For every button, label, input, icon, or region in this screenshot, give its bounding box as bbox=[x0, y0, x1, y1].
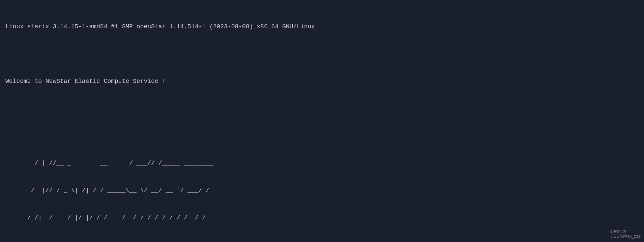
watermark-main: znwx.cn bbox=[610, 229, 641, 234]
watermark: znwx.cn CSDN@sx_zzz bbox=[610, 229, 641, 239]
ascii-art-line4: / /| / __/ |/ |/ / /____/__/ / /_/ /_/ /… bbox=[5, 213, 639, 222]
blank-line-1 bbox=[5, 50, 639, 59]
ascii-art-line3: / |// / _ \| /| / / _____\__ \/ __/ __ `… bbox=[5, 186, 639, 195]
terminal: Linux starix 3.14.15-1-amd64 #1 SMP open… bbox=[0, 0, 644, 242]
blank-line-2 bbox=[5, 104, 639, 113]
watermark-sub: CSDN@sx_zzz bbox=[610, 234, 641, 239]
welcome-line: Welcome to NewStar Elastic Compute Servi… bbox=[5, 77, 639, 86]
ascii-art-line1: _ __ bbox=[5, 131, 639, 141]
ascii-art-line2: / | //__ _ __ / ___// /_____ ________ bbox=[5, 159, 639, 168]
sys-info-line: Linux starix 3.14.15-1-amd64 #1 SMP open… bbox=[5, 22, 639, 31]
ascii-art-line5: /_/ |_/\___/|__/|__/ /____/\__/\__,_/_/ … bbox=[5, 241, 639, 242]
